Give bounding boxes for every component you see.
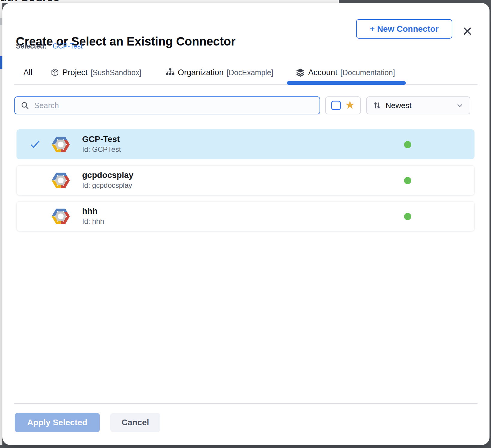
tab-all[interactable]: All xyxy=(19,64,37,81)
sort-selected-value: Newest xyxy=(385,101,452,110)
layers-icon xyxy=(296,68,305,77)
tabs-divider xyxy=(14,84,478,85)
tab-account-scope: [Documentation] xyxy=(341,68,395,77)
connector-name: GCP-Test xyxy=(82,134,120,144)
tab-organization-scope: [DocExample] xyxy=(227,68,273,77)
close-button[interactable] xyxy=(459,23,476,40)
gcp-logo-icon xyxy=(51,207,70,226)
connector-id: Id: hhh xyxy=(82,217,104,225)
favorites-filter[interactable]: ★ xyxy=(325,96,361,114)
tab-project[interactable]: Project [SushSandbox] xyxy=(50,64,141,81)
tab-project-label: Project xyxy=(62,68,88,77)
active-tab-underline xyxy=(287,81,406,85)
close-icon xyxy=(463,26,472,36)
selected-connector-link[interactable]: GCP-Test xyxy=(53,42,83,50)
gcp-logo-icon xyxy=(51,171,70,190)
tab-organization[interactable]: Organization [DocExample] xyxy=(166,64,273,81)
connector-row-gcpdocsplay[interactable]: gcpdocsplay Id: gcpdocsplay xyxy=(16,165,475,195)
background-left-edge xyxy=(0,3,2,445)
connector-name: gcpdocsplay xyxy=(82,170,133,180)
cube-icon xyxy=(50,68,59,77)
search-box xyxy=(14,96,320,114)
footer-divider xyxy=(14,403,478,404)
connector-name: hhh xyxy=(82,206,97,216)
selected-line: Selected: GCP-Test xyxy=(16,42,82,50)
sort-arrows-icon xyxy=(373,101,381,110)
cancel-button[interactable]: Cancel xyxy=(110,413,160,432)
connector-select-modal: Create or Select an Existing Connector +… xyxy=(2,3,490,445)
tab-account-label: Account xyxy=(308,68,338,77)
status-dot xyxy=(404,141,411,148)
background-partial-heading: uth Source xyxy=(0,0,59,3)
status-dot xyxy=(404,177,411,184)
background-page-header: uth Source xyxy=(0,0,339,3)
tab-account[interactable]: Account [Documentation] xyxy=(296,64,395,81)
connector-row-gcp-test[interactable]: GCP-Test Id: GCPTest xyxy=(16,129,475,159)
status-dot xyxy=(404,213,411,220)
org-chart-icon xyxy=(166,68,175,77)
tab-all-label: All xyxy=(23,68,32,77)
tab-organization-label: Organization xyxy=(178,68,224,77)
chevron-down-icon xyxy=(456,102,464,109)
favorites-checkbox[interactable] xyxy=(331,101,341,110)
selected-label: Selected: xyxy=(16,42,46,50)
tab-project-scope: [SushSandbox] xyxy=(91,68,141,77)
new-connector-button[interactable]: + New Connector xyxy=(356,19,452,39)
search-icon xyxy=(20,101,29,110)
connector-id: Id: gcpdocsplay xyxy=(82,181,132,190)
sort-dropdown[interactable]: Newest xyxy=(366,96,470,114)
background-left-gray-fragment xyxy=(0,18,2,25)
connector-row-hhh[interactable]: hhh Id: hhh xyxy=(16,201,475,231)
background-left-blue-fragment xyxy=(0,56,2,69)
search-input[interactable] xyxy=(34,101,314,111)
connector-id: Id: GCPTest xyxy=(82,145,121,154)
check-icon xyxy=(30,139,40,149)
gcp-logo-icon xyxy=(51,135,70,154)
apply-selected-button[interactable]: Apply Selected xyxy=(15,413,100,432)
star-icon: ★ xyxy=(345,99,355,111)
